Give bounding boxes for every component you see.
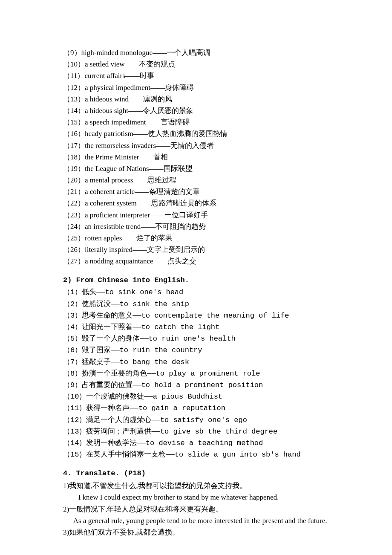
entry-text: the remorseless invaders——无情的入侵者 <box>85 142 214 150</box>
entry-text: 疲劳询问；严刑逼供——to give sb the third degree <box>86 428 277 436</box>
entry-number: （3） <box>63 312 82 320</box>
entry-text: heady patriotism——使人热血沸腾的爱国热情 <box>85 130 228 138</box>
translate-item: 3) 如果他们双方不妥协,就都会遭损。 <box>63 526 341 538</box>
entry-text: a mental process——思维过程 <box>85 176 176 184</box>
entry-number: （17） <box>63 142 85 150</box>
entry-number: （5） <box>63 335 82 343</box>
section-heading: 4. Translate. (P18) <box>63 468 341 479</box>
vocab-entry: （2）使船沉没——to sink the ship <box>63 298 341 310</box>
vocab-entry: （21）a coherent article——条理清楚的文章 <box>63 186 341 197</box>
translate-item: 2) 一般情况下,年轻人总是对现在和将来更有兴趣。 <box>63 503 341 515</box>
item-text: 如果他们双方不妥协,就都会遭损。 <box>69 526 341 538</box>
vocab-entry: （8）扮演一个重要的角色——to play a prominent role <box>63 368 341 379</box>
vocab-entry: （19）the League of Nations——国际联盟 <box>63 163 341 174</box>
entry-number: （21） <box>63 188 85 196</box>
entry-text: the Prime Minister——首相 <box>85 153 168 161</box>
entry-text: a settled view——不变的观点 <box>85 60 175 68</box>
entry-text: 发明一种教学法——to devise a teaching method <box>86 439 263 447</box>
section-heading: 2) From Chinese into English. <box>63 275 341 286</box>
vocab-entry: （1）低头——to sink one's head <box>63 286 341 298</box>
entry-text: the League of Nations——国际联盟 <box>85 165 193 173</box>
entry-text: 满足一个人的虚荣心——to satisfy one's ego <box>86 416 247 424</box>
entry-number: （9） <box>63 381 82 389</box>
entry-number: （4） <box>63 323 82 331</box>
vocab-entry: （10）a settled view——不变的观点 <box>63 58 341 70</box>
item-number: 3) <box>63 526 69 538</box>
entry-text: rotten apples——烂了的苹果 <box>85 234 173 242</box>
entry-text: 在某人手中悄悄塞一支枪——to slide a gun into sb's ha… <box>86 451 300 459</box>
vocab-entry: （17）the remorseless invaders——无情的入侵者 <box>63 140 341 151</box>
document-page: （9）high-minded monologue——一个人唱高调（10）a se… <box>0 0 392 555</box>
vocab-entry: （5）毁了一个人的身体——to ruin one's health <box>63 333 341 344</box>
entry-number: （9） <box>63 49 81 57</box>
vocab-entry: （11）获得一种名声——to gain a reputation <box>63 402 341 414</box>
vocab-entry: （9）占有重要的位置——to hold a prominent position <box>63 379 341 391</box>
vocab-entry: （15）在某人手中悄悄塞一支枪——to slide a gun into sb'… <box>63 449 341 460</box>
entry-text: 猛敲桌子——to bang the desk <box>82 358 189 366</box>
vocab-entry: （7）猛敲桌子——to bang the desk <box>63 356 341 368</box>
entry-number: （11） <box>63 404 86 412</box>
translate-answer: I knew I could expect my brother to stan… <box>78 491 341 503</box>
item-text: 一般情况下,年轻人总是对现在和将来更有兴趣。 <box>69 503 341 515</box>
entry-text: 毁了国家——to ruin the country <box>82 346 202 354</box>
entry-text: a physical impediment——身体障碍 <box>85 84 194 92</box>
entry-text: 使船沉没——to sink the ship <box>82 300 189 308</box>
entry-text: 思考生命的意义——to contemplate the meaning of l… <box>82 312 289 320</box>
entry-text: a nodding acquaintance——点头之交 <box>85 257 197 265</box>
entry-number: （10） <box>63 60 85 68</box>
entry-number: （22） <box>63 199 85 207</box>
vocab-entry: （12）a physical impediment——身体障碍 <box>63 82 341 93</box>
vocab-entry: （11）current affairs——时事 <box>63 70 341 81</box>
entry-text: current affairs——时事 <box>84 72 154 80</box>
entry-number: （14） <box>63 107 85 115</box>
entry-text: a hideous sight——令人厌恶的景象 <box>85 107 193 115</box>
entry-text: a coherent article——条理清楚的文章 <box>85 188 200 196</box>
entry-number: （13） <box>63 428 86 436</box>
entry-number: （7） <box>63 358 82 366</box>
vocab-entry: （24）an irresistible trend——不可阻挡的趋势 <box>63 221 341 232</box>
entry-number: （14） <box>63 439 86 447</box>
entry-number: （13） <box>63 95 85 103</box>
vocab-entry: （22）a coherent system——思路清晰连贯的体系 <box>63 197 341 209</box>
entry-text: a hideous wind——凛冽的风 <box>85 95 172 103</box>
entry-number: （6） <box>63 346 82 354</box>
entry-number: （25） <box>63 234 85 242</box>
entry-number: （15） <box>63 451 86 459</box>
entry-number: （8） <box>63 370 82 378</box>
entry-number: （2） <box>63 300 82 308</box>
entry-number: （15） <box>63 118 85 126</box>
entry-text: 一个虔诚的佛教徒——a pious Buddhist <box>86 393 222 401</box>
entry-number: （16） <box>63 130 85 138</box>
entry-number: （19） <box>63 165 85 173</box>
vocab-entry: （26）literally inspired——文字上受到启示的 <box>63 244 341 255</box>
entry-number: （23） <box>63 211 85 219</box>
entry-number: （1） <box>63 288 82 296</box>
vocab-entry: （25）rotten apples——烂了的苹果 <box>63 232 341 244</box>
entry-text: 让阳光一下照着——to catch the light <box>82 323 219 331</box>
vocab-entry: （4）让阳光一下照着——to catch the light <box>63 321 341 333</box>
entry-number: （12） <box>63 416 86 424</box>
vocab-entry: （9）high-minded monologue——一个人唱高调 <box>63 47 341 58</box>
entry-text: 扮演一个重要的角色——to play a prominent role <box>82 370 260 378</box>
vocab-entry: （10）一个虔诚的佛教徒——a pious Buddhist <box>63 391 341 402</box>
entry-text: a coherent system——思路清晰连贯的体系 <box>85 199 216 207</box>
entry-text: high-minded monologue——一个人唱高调 <box>81 49 211 57</box>
vocab-entry: （12）满足一个人的虚荣心——to satisfy one's ego <box>63 414 341 426</box>
translate-item: 1) 我知道,不管发生什么,我都可以指望我的兄弟会支持我。 <box>63 480 341 491</box>
entry-text: a speech impediment——言语障碍 <box>85 118 190 126</box>
entry-number: （20） <box>63 176 85 184</box>
vocab-entry: （20）a mental process——思维过程 <box>63 174 341 186</box>
entry-number: （24） <box>63 223 85 231</box>
vocab-entry: （18）the Prime Minister——首相 <box>63 151 341 163</box>
entry-text: 低头——to sink one's head <box>82 288 183 296</box>
entry-text: 获得一种名声——to gain a reputation <box>86 404 225 412</box>
vocab-entry: （16）heady patriotism——使人热血沸腾的爱国热情 <box>63 128 341 139</box>
entry-number: （12） <box>63 84 85 92</box>
vocab-entry: （14）发明一种教学法——to devise a teaching method <box>63 437 341 449</box>
vocab-entry: （13）疲劳询问；严刑逼供——to give sb the third degr… <box>63 426 341 437</box>
vocab-entry: （23）a proficient interpreter——一位口译好手 <box>63 209 341 221</box>
entry-text: 占有重要的位置——to hold a prominent position <box>82 381 263 389</box>
entry-text: literally inspired——文字上受到启示的 <box>85 246 205 254</box>
item-number: 1) <box>63 480 69 491</box>
entry-text: 毁了一个人的身体——to ruin one's health <box>82 335 235 343</box>
